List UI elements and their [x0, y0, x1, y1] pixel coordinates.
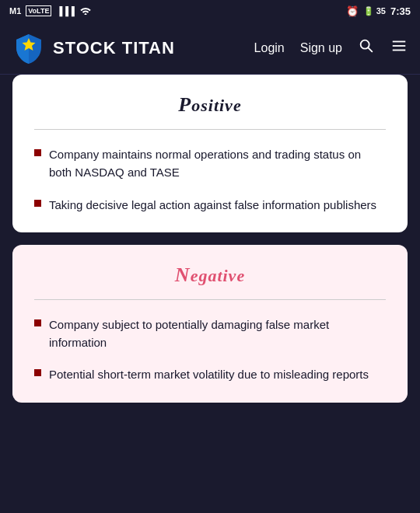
status-bar: M1 VoLTE ▐▐▐ ⏰ 🔋 35 7:35: [0, 0, 420, 22]
positive-card-title: Positive: [34, 93, 386, 117]
list-item: Company maintains normal operations and …: [34, 145, 386, 182]
svg-rect-3: [393, 45, 406, 47]
carrier-label: M1: [9, 6, 21, 16]
search-icon[interactable]: [358, 37, 375, 58]
signup-button[interactable]: Sign up: [300, 41, 342, 55]
negative-item-2-text: Potential short-term market volatility d…: [49, 365, 369, 383]
logo-shield-icon: [12, 32, 45, 65]
logo-container: STOCK TITAN: [12, 32, 254, 65]
hamburger-menu-icon[interactable]: [390, 37, 408, 58]
svg-line-1: [368, 47, 372, 51]
positive-card-divider: [34, 129, 386, 130]
wifi-icon: [79, 5, 92, 16]
logo-text: STOCK TITAN: [53, 38, 175, 58]
status-left: M1 VoLTE ▐▐▐: [9, 5, 92, 16]
bullet-icon: [34, 369, 41, 376]
time-label: 7:35: [390, 5, 411, 17]
negative-item-1-text: Company subject to potentially damaging …: [49, 316, 386, 352]
negative-card-title: Negative: [34, 263, 386, 287]
network-type-label: VoLTE: [26, 5, 51, 16]
battery-icon: 🔋 35: [363, 6, 386, 16]
main-content: Positive Company maintains normal operat…: [0, 75, 420, 513]
list-item: Company subject to potentially damaging …: [34, 316, 386, 352]
signal-bars-icon: ▐▐▐: [56, 6, 74, 16]
positive-bullet-list: Company maintains normal operations and …: [34, 145, 386, 214]
negative-bullet-list: Company subject to potentially damaging …: [34, 316, 386, 384]
login-button[interactable]: Login: [254, 41, 285, 55]
list-item: Potential short-term market volatility d…: [34, 365, 386, 383]
nav-links: Login Sign up: [254, 37, 408, 58]
status-right: ⏰ 🔋 35 7:35: [346, 5, 411, 17]
bullet-icon: [34, 149, 41, 156]
svg-rect-4: [393, 50, 406, 51]
bullet-icon: [34, 319, 41, 326]
positive-item-2-text: Taking decisive legal action against fal…: [49, 196, 376, 214]
alarm-icon: ⏰: [346, 5, 359, 17]
svg-rect-2: [393, 41, 406, 43]
positive-card: Positive Company maintains normal operat…: [12, 75, 408, 232]
negative-card-divider: [34, 299, 386, 300]
bullet-icon: [34, 200, 41, 207]
navbar: STOCK TITAN Login Sign up: [0, 22, 420, 75]
list-item: Taking decisive legal action against fal…: [34, 196, 386, 214]
negative-card: Negative Company subject to potentially …: [12, 245, 408, 403]
positive-item-1-text: Company maintains normal operations and …: [49, 145, 386, 182]
